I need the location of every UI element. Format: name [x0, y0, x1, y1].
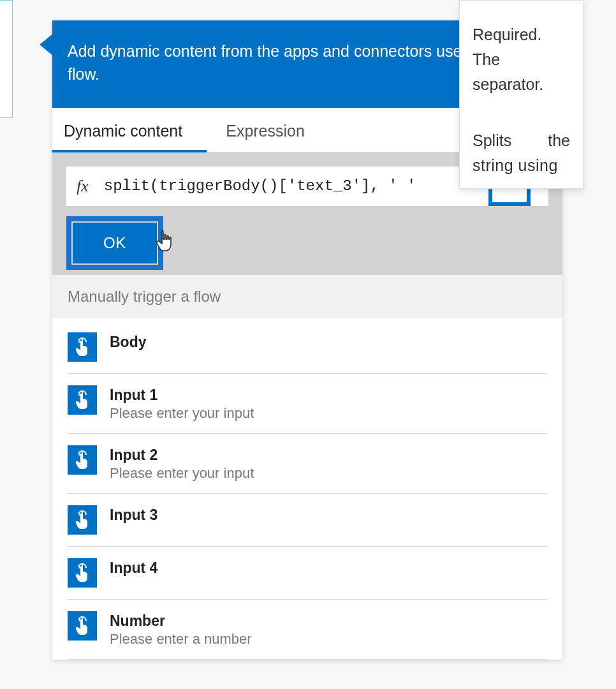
list-item[interactable]: Number Please enter a number — [68, 600, 547, 660]
ok-button[interactable]: OK — [73, 223, 157, 263]
trigger-icon — [68, 385, 97, 415]
item-title: Input 4 — [110, 559, 158, 577]
list-item[interactable]: Input 4 — [68, 547, 547, 600]
dynamic-content-list: Body Input 1 Please enter your input Inp… — [52, 318, 562, 660]
section-header: Manually trigger a flow — [52, 275, 562, 318]
trigger-icon — [68, 332, 97, 362]
item-desc: Please enter a number — [110, 631, 252, 648]
item-title: Input 3 — [110, 507, 158, 524]
tooltip-required: Required. The separator. — [473, 22, 570, 96]
item-desc: Please enter your input — [110, 465, 254, 482]
parameter-tooltip: Required. The separator. Splits the stri… — [459, 0, 583, 189]
tab-dynamic-content[interactable]: Dynamic content — [64, 108, 200, 152]
tooltip-description-line2: string using — [473, 153, 570, 178]
trigger-icon — [68, 558, 97, 588]
cursor-hand-icon — [154, 229, 175, 253]
item-title: Input 1 — [110, 387, 254, 404]
list-item[interactable]: Input 2 Please enter your input — [68, 434, 547, 494]
item-title: Number — [110, 612, 252, 630]
item-desc: Please enter your input — [110, 405, 254, 422]
trigger-icon — [68, 505, 97, 535]
list-item[interactable]: Input 1 Please enter your input — [68, 374, 547, 434]
trigger-icon — [68, 445, 97, 475]
callout-arrow-icon — [40, 33, 54, 56]
list-item[interactable]: Input 3 — [68, 494, 547, 547]
tab-expression[interactable]: Expression — [226, 108, 323, 152]
list-item[interactable]: Body — [68, 318, 547, 374]
ok-button-highlight: OK — [66, 216, 163, 270]
fx-icon: fx — [77, 177, 89, 196]
tooltip-description-line: Splits the — [473, 128, 570, 153]
item-title: Body — [110, 334, 147, 351]
left-card-edge — [0, 0, 13, 118]
trigger-icon — [68, 611, 97, 641]
expression-text: split(triggerBody()['text_3'], ' ' — [104, 177, 416, 195]
item-title: Input 2 — [110, 447, 254, 464]
